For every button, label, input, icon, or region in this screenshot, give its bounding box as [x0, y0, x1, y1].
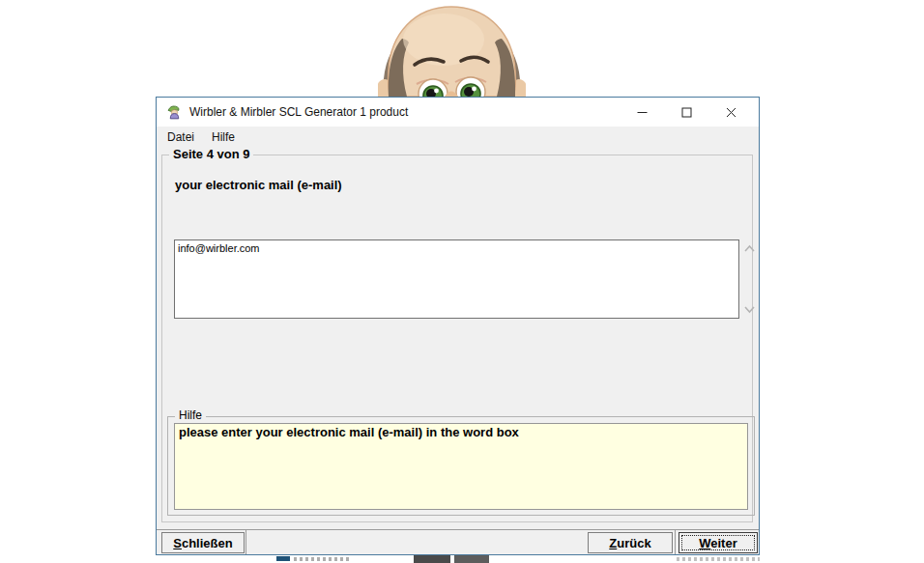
- close-icon[interactable]: [708, 98, 753, 127]
- background-window-fragment: [454, 555, 489, 563]
- window-title: Wirbler & Mirbler SCL Generator 1 produc…: [189, 105, 408, 119]
- menu-item-hilfe[interactable]: Hilfe: [203, 127, 244, 147]
- background-window-fragment: [294, 557, 350, 561]
- peeking-head-illustration: [378, 5, 526, 97]
- title-bar: Wirbler & Mirbler SCL Generator 1 produc…: [157, 98, 759, 127]
- email-input[interactable]: info@wirbler.com: [174, 239, 739, 319]
- wizard-app-icon: [166, 104, 183, 121]
- background-window-fragment: [677, 557, 760, 561]
- close-button-label: chließen: [182, 536, 233, 550]
- desktop: Wirbler & Mirbler SCL Generator 1 produc…: [0, 0, 924, 563]
- menu-item-datei[interactable]: Datei: [159, 127, 203, 147]
- back-button-label: urück: [617, 536, 650, 550]
- chevron-up-icon[interactable]: [743, 244, 756, 253]
- minimize-icon[interactable]: [620, 98, 664, 127]
- button-bar-divider: [675, 530, 676, 554]
- close-wizard-button[interactable]: Schließen: [161, 532, 245, 553]
- page-groupbox-label: Seite 4 von 9: [169, 147, 253, 161]
- email-field-label: your electronic mail (e-mail): [175, 178, 342, 192]
- next-button-label: eiter: [710, 536, 736, 550]
- next-button-accelerator: W: [699, 536, 710, 550]
- help-memo: please enter your electronic mail (e-mai…: [174, 423, 748, 510]
- help-groupbox-label: Hilfe: [175, 408, 206, 423]
- background-window-fragment: [276, 556, 290, 561]
- background-window-fragment: [414, 555, 450, 563]
- window-controls: [620, 98, 753, 127]
- close-button-accelerator: S: [173, 536, 182, 550]
- button-bar-divider: [245, 530, 246, 554]
- maximize-icon[interactable]: [664, 98, 708, 127]
- menu-bar: Datei Hilfe: [157, 127, 759, 148]
- back-button[interactable]: Zurück: [588, 532, 673, 553]
- app-window: Wirbler & Mirbler SCL Generator 1 produc…: [156, 97, 760, 555]
- help-groupbox: Hilfe please enter your electronic mail …: [167, 416, 755, 516]
- chevron-down-icon[interactable]: [743, 305, 756, 314]
- next-button[interactable]: Weiter: [679, 532, 758, 553]
- button-bar: Schließen Zurück Weiter: [157, 529, 759, 554]
